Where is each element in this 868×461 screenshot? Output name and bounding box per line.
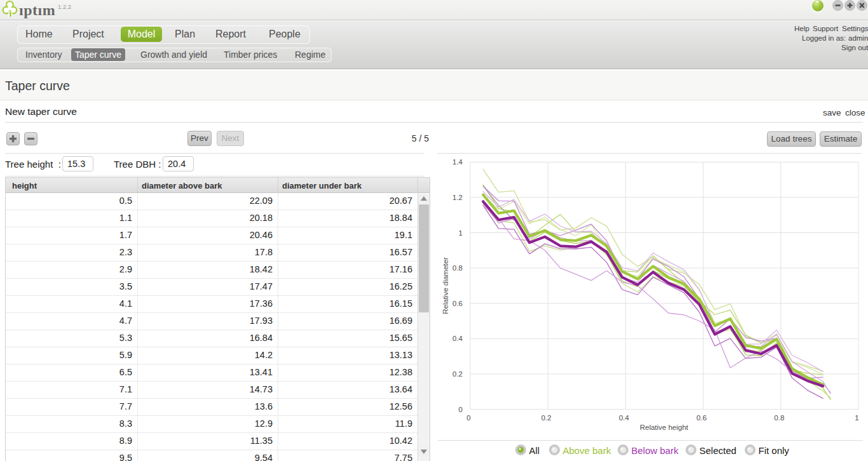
svg-text:0.6: 0.6 xyxy=(452,300,463,307)
svg-text:0.6: 0.6 xyxy=(696,414,707,422)
svg-text:0.2: 0.2 xyxy=(541,414,552,422)
svg-text:1: 1 xyxy=(855,414,858,422)
svg-text:0.8: 0.8 xyxy=(774,414,784,422)
svg-text:0.2: 0.2 xyxy=(452,370,463,378)
svg-text:0.4: 0.4 xyxy=(619,414,630,422)
svg-text:0: 0 xyxy=(459,406,463,413)
svg-text:0: 0 xyxy=(466,414,470,422)
svg-text:1.4: 1.4 xyxy=(452,158,463,166)
svg-text:1.2: 1.2 xyxy=(452,194,463,201)
svg-text:0.4: 0.4 xyxy=(452,335,463,342)
svg-text:Relative height: Relative height xyxy=(640,424,689,431)
svg-text:1: 1 xyxy=(459,229,463,237)
svg-text:Relative diameter: Relative diameter xyxy=(442,257,449,314)
svg-text:0.8: 0.8 xyxy=(452,264,463,272)
